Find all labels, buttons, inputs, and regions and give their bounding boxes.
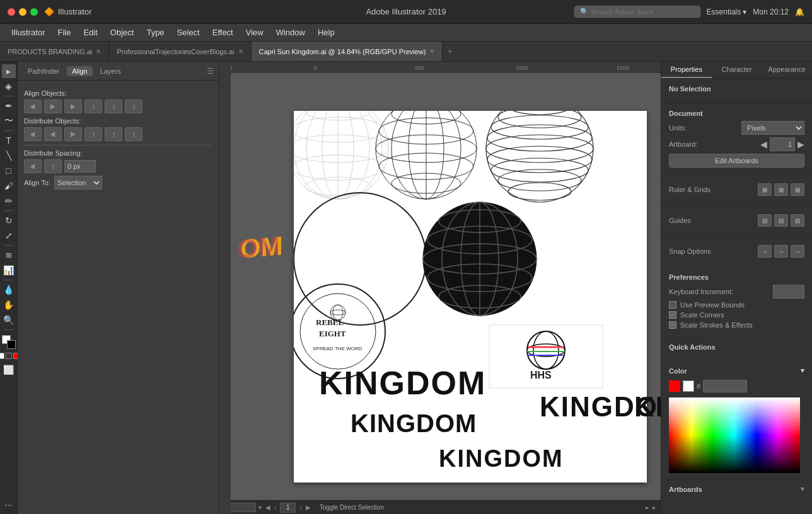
dist-center-h[interactable]: ⫷ <box>44 127 62 141</box>
guides-btn2[interactable]: ⊟ <box>774 214 788 227</box>
rulers-btn[interactable]: ⊞ <box>758 183 772 196</box>
tab-layers[interactable]: Layers <box>95 66 126 76</box>
color-swatch-red[interactable] <box>669 380 680 392</box>
workspace-selector[interactable]: Essentials▾ <box>707 8 747 16</box>
menu-file[interactable]: File <box>51 26 77 38</box>
tab-professional[interactable]: ProfessionalTrajectoriesCoverBlogs.ai ✕ <box>109 42 251 61</box>
tab-properties[interactable]: Properties <box>661 62 712 78</box>
swap-colors[interactable] <box>6 353 12 359</box>
spacing-input[interactable] <box>64 160 96 173</box>
hex-input[interactable]: FFFFFF <box>703 380 747 392</box>
grid-perspective-btn[interactable]: ⊞ <box>791 183 804 196</box>
direct-select-tool[interactable]: ◈ <box>2 79 16 93</box>
align-center-h[interactable]: ⫸ <box>44 100 62 113</box>
draw-modes[interactable]: ⬜ <box>2 363 16 377</box>
dist-spacing-h[interactable]: ⫷ <box>24 159 42 173</box>
rect-tool[interactable]: □ <box>2 164 16 178</box>
align-bottom[interactable]: ⫶ <box>125 100 142 113</box>
zoom-tool[interactable]: 🔍 <box>2 313 16 327</box>
color-swatches[interactable] <box>2 335 16 349</box>
menu-effect[interactable]: Effect <box>206 26 240 38</box>
close-button[interactable] <box>8 8 15 16</box>
background-color[interactable] <box>7 340 16 349</box>
none-color[interactable] <box>0 353 4 359</box>
search-bar[interactable]: 🔍 <box>574 6 700 18</box>
search-input[interactable] <box>591 8 686 16</box>
dist-right[interactable]: ⫸ <box>64 127 82 141</box>
fullscreen-button[interactable] <box>30 8 38 16</box>
menu-illustrator[interactable]: Illustrator <box>5 26 51 38</box>
tab-pathfinder[interactable]: Pathfinder <box>23 66 64 76</box>
tab-align[interactable]: Align <box>67 66 92 76</box>
color-swatch-white[interactable] <box>683 380 694 392</box>
units-select[interactable]: Pixels Inches Centimeters <box>741 121 804 135</box>
page-scroll-end[interactable]: ▸ <box>652 504 656 511</box>
pencil-tool[interactable]: ✏ <box>2 194 16 208</box>
color-picker-canvas[interactable] <box>669 397 800 473</box>
page-nav-prev2[interactable]: ‹ <box>274 504 276 511</box>
menu-type[interactable]: Type <box>140 26 170 38</box>
artboard-number[interactable] <box>770 137 795 151</box>
keyboard-increment-input[interactable]: 1 px <box>773 285 804 299</box>
snap-btn2[interactable]: → <box>774 245 788 258</box>
color-panel-toggle[interactable]: Color ▾ <box>669 367 804 375</box>
scale-tool[interactable]: ⤢ <box>2 229 16 243</box>
curvature-tool[interactable]: 〜 <box>2 114 16 128</box>
color-gradient[interactable] <box>669 397 800 473</box>
edit-artboards-button[interactable]: Edit Artboards <box>669 154 804 168</box>
tab-appearance[interactable]: Appearance <box>762 62 812 78</box>
page-scroll-right[interactable]: ▸ <box>646 504 649 511</box>
menu-edit[interactable]: Edit <box>77 26 103 38</box>
grid-btn[interactable]: ⊞ <box>774 183 788 196</box>
menu-help[interactable]: Help <box>311 26 341 38</box>
use-preview-bounds-checkbox[interactable] <box>669 301 676 309</box>
guides-btn1[interactable]: ⊟ <box>758 214 772 227</box>
snap-btn1[interactable]: → <box>758 245 772 258</box>
page-nav-next2[interactable]: ▶ <box>306 504 311 511</box>
tab-close-professional[interactable]: ✕ <box>238 48 243 55</box>
guides-btn3[interactable]: ⊟ <box>791 214 804 227</box>
menu-object[interactable]: Object <box>104 26 141 38</box>
eyedropper-tool[interactable]: 💧 <box>2 283 16 297</box>
hand-tool[interactable]: ✋ <box>2 298 16 312</box>
dist-spacing-v[interactable]: ⫶ <box>44 159 62 173</box>
panel-menu[interactable]: ☰ <box>207 67 214 76</box>
scale-corners-checkbox[interactable] <box>669 311 676 319</box>
dist-top[interactable]: ⫶ <box>84 127 102 141</box>
pen-tool[interactable]: ✒ <box>2 99 16 113</box>
menu-window[interactable]: Window <box>270 26 311 38</box>
artboard-input[interactable] <box>280 503 296 513</box>
select-tool[interactable]: ▸ <box>2 64 16 78</box>
tab-close-capri[interactable]: ✕ <box>429 48 434 55</box>
type-tool[interactable]: T <box>2 134 16 147</box>
more-tools[interactable]: ··· <box>2 498 16 511</box>
warp-tool[interactable]: ≋ <box>2 248 16 262</box>
canvas-area[interactable]: 500 0 500 1000 1500 2000 <box>219 62 661 514</box>
tab-character[interactable]: Character <box>712 62 762 78</box>
align-right[interactable]: ⫸ <box>64 100 82 113</box>
align-center-v[interactable]: ⫶ <box>105 100 122 113</box>
minimize-button[interactable] <box>19 8 26 16</box>
align-top[interactable]: ⫶ <box>84 100 102 113</box>
zoom-dropdown[interactable]: ▾ <box>258 504 262 511</box>
paintbrush-tool[interactable]: 🖌 <box>2 179 16 193</box>
tab-add-button[interactable]: + <box>443 47 457 56</box>
align-to-select[interactable]: Selection Artboard Key Object <box>54 176 102 190</box>
artboard-next[interactable]: ▶ <box>798 139 804 149</box>
dist-bottom[interactable]: ⫶ <box>125 127 142 141</box>
scale-strokes-effects-checkbox[interactable] <box>669 321 676 329</box>
tab-capri-sun[interactable]: Capri Sun Kingdom.ai @ 14.84% (RGB/GPU P… <box>252 42 443 61</box>
page-nav-prev[interactable]: ◀ <box>265 504 270 511</box>
notification-icon[interactable]: 🔔 <box>795 8 804 16</box>
align-left[interactable]: ⫷ <box>24 100 42 113</box>
line-tool[interactable]: ╲ <box>2 149 16 163</box>
graph-tool[interactable]: 📊 <box>2 263 16 277</box>
tab-products-branding[interactable]: PRODUCTS BRANDING.ai ✕ <box>0 42 109 61</box>
dist-left[interactable]: ⫷ <box>24 127 42 141</box>
snap-btn3[interactable]: → <box>791 245 804 258</box>
dist-center-v[interactable]: ⫶ <box>105 127 122 141</box>
page-nav-next[interactable]: › <box>299 504 301 511</box>
tab-close-products[interactable]: ✕ <box>96 48 101 55</box>
menu-view[interactable]: View <box>240 26 270 38</box>
menu-select[interactable]: Select <box>171 26 206 38</box>
